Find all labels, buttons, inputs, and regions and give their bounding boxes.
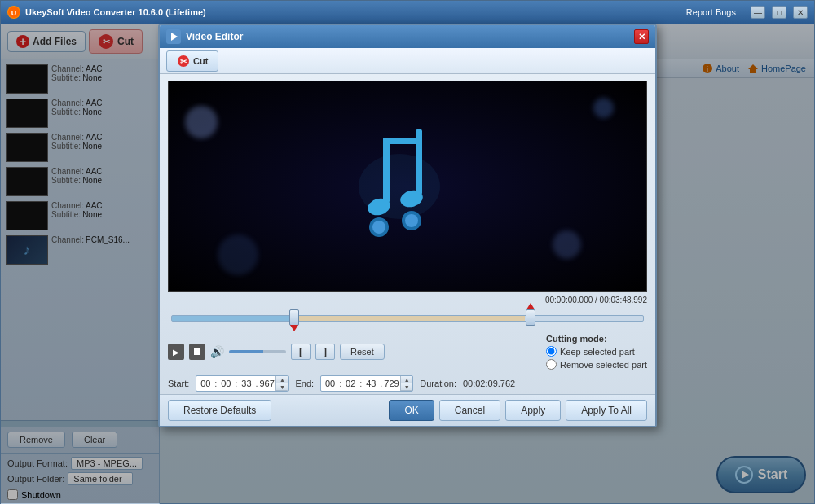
cut-tab[interactable]: ✂ Cut — [166, 50, 218, 72]
svg-point-17 — [359, 154, 440, 219]
right-timeline-handle[interactable] — [526, 309, 535, 326]
modal-close-button[interactable]: ✕ — [634, 29, 649, 44]
cutting-mode-label: Cutting mode: — [546, 334, 647, 344]
apply-to-all-button[interactable]: Apply To All — [566, 400, 647, 421]
keep-selected-label: Keep selected part — [560, 347, 635, 357]
app-logo: U — [7, 6, 20, 19]
end-ms: 729 — [382, 377, 400, 390]
start-seconds: 33 — [237, 377, 255, 390]
reset-button[interactable]: Reset — [340, 344, 385, 360]
start-time-display: 00 : 00 : 33 . 967 — [196, 377, 275, 390]
start-hours: 00 — [196, 377, 214, 390]
end-hours: 00 — [321, 377, 339, 390]
app-window: U UkeySoft Video Converter 10.6.0 (Lifet… — [0, 0, 815, 504]
svg-text:✂: ✂ — [180, 57, 187, 66]
play-button[interactable]: ▶ — [168, 344, 184, 360]
left-handle-arrow — [290, 325, 298, 331]
remove-radio[interactable] — [546, 359, 557, 370]
title-bar-left: U UkeySoft Video Converter 10.6.0 (Lifet… — [7, 6, 206, 19]
timeline-area: 00:00:00.000 / 00:03:48.992 — [160, 296, 655, 331]
bokeh-decoration — [593, 98, 614, 118]
start-down-btn[interactable]: ▼ — [276, 383, 288, 391]
svg-rect-14 — [383, 138, 422, 144]
title-bar-right: Report Bugs — □ ✕ — [686, 6, 808, 19]
minimize-button[interactable]: — — [751, 6, 765, 19]
modal-toolbar: ✂ Cut — [160, 48, 655, 74]
controls-area: ▶ 🔊 [ ] Reset Cutting mode: — [160, 331, 655, 373]
music-note-svg — [334, 121, 481, 252]
modal-title: Video Editor — [166, 29, 243, 44]
cutting-mode-panel: Cutting mode: Keep selected part Remove … — [546, 334, 647, 370]
modal-video-area — [160, 74, 655, 296]
title-bar: U UkeySoft Video Converter 10.6.0 (Lifet… — [1, 1, 814, 24]
video-content — [169, 81, 646, 291]
right-handle-arrow — [526, 303, 535, 309]
end-time-label: End: — [295, 379, 314, 388]
restore-defaults-button[interactable]: Restore Defaults — [168, 400, 271, 421]
mark-out-button[interactable]: ] — [315, 344, 335, 360]
timeline-track-container — [171, 306, 644, 331]
report-bugs-link[interactable]: Report Bugs — [686, 7, 736, 17]
apply-button[interactable]: Apply — [505, 400, 561, 421]
remove-selected-label: Remove selected part — [560, 360, 647, 370]
modal-bottom: Restore Defaults OK Cancel Apply Apply T… — [160, 394, 655, 426]
cancel-button[interactable]: Cancel — [439, 400, 500, 421]
keep-radio[interactable] — [546, 346, 557, 357]
time-inputs-row: Start: 00 : 00 : 33 . 967 ▲ ▼ — [160, 373, 655, 394]
close-button[interactable]: ✕ — [793, 6, 808, 19]
volume-slider[interactable] — [229, 350, 286, 353]
end-up-btn[interactable]: ▲ — [401, 376, 412, 383]
svg-point-19 — [372, 221, 385, 234]
end-seconds: 43 — [362, 377, 380, 390]
end-minutes: 02 — [341, 377, 359, 390]
mark-in-button[interactable]: [ — [291, 344, 311, 360]
start-minutes: 00 — [217, 377, 235, 390]
modal-titlebar: Video Editor ✕ — [160, 25, 655, 48]
timeline-info: 00:00:00.000 / 00:03:48.992 — [168, 296, 647, 305]
bokeh-decoration — [218, 234, 258, 275]
stop-button[interactable] — [189, 344, 205, 360]
volume-icon: 🔊 — [210, 345, 224, 358]
modal-video-icon — [166, 29, 181, 44]
start-ms: 967 — [258, 377, 275, 390]
svg-text:U: U — [11, 9, 17, 17]
keep-selected-row: Keep selected part — [546, 346, 647, 357]
bokeh-decoration — [553, 230, 581, 259]
video-editor-modal: Video Editor ✕ ✂ Cut — [158, 24, 657, 427]
ok-button[interactable]: OK — [389, 400, 434, 421]
start-spinner[interactable]: ▲ ▼ — [275, 376, 288, 391]
modal-overlay: Video Editor ✕ ✂ Cut — [1, 24, 814, 503]
end-spinner[interactable]: ▲ ▼ — [400, 376, 412, 391]
duration-label: Duration: — [420, 379, 456, 388]
timeline-track[interactable] — [171, 315, 644, 322]
bokeh-decoration — [185, 106, 218, 138]
restore-button[interactable]: □ — [772, 6, 786, 19]
end-time-input[interactable]: 00 : 02 : 43 . 729 ▲ ▼ — [320, 375, 413, 392]
end-time-display: 00 : 02 : 43 . 729 — [321, 377, 400, 390]
app-title: UkeySoft Video Converter 10.6.0 (Lifetim… — [25, 7, 206, 17]
svg-point-21 — [405, 214, 418, 227]
video-frame — [168, 81, 647, 292]
left-timeline-handle[interactable] — [289, 309, 299, 326]
start-time-input[interactable]: 00 : 00 : 33 . 967 ▲ ▼ — [196, 375, 289, 392]
end-down-btn[interactable]: ▼ — [401, 383, 412, 391]
start-up-btn[interactable]: ▲ — [276, 376, 288, 383]
remove-selected-row: Remove selected part — [546, 359, 647, 370]
cut-tab-icon: ✂ — [177, 55, 190, 68]
start-time-label: Start: — [168, 379, 189, 388]
duration-value: 00:02:09.762 — [463, 379, 515, 388]
